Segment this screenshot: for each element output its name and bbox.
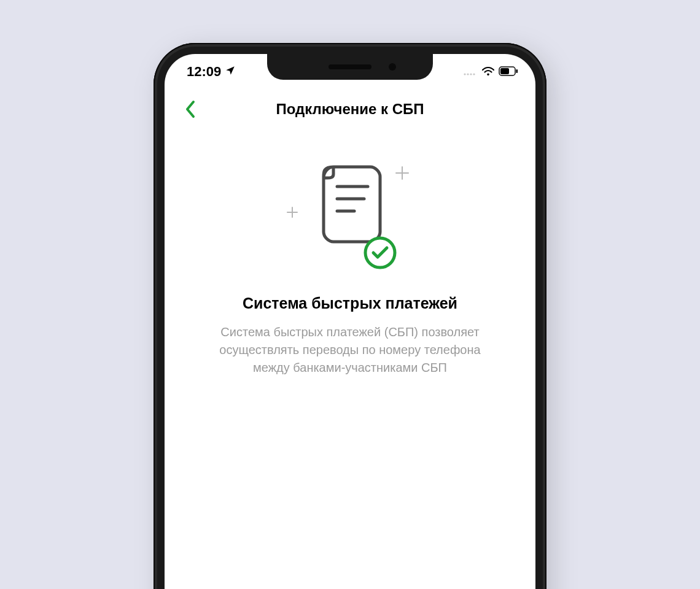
- back-button[interactable]: [178, 97, 203, 121]
- cellular-icon: [463, 64, 478, 80]
- document-check-illustration: [286, 160, 414, 270]
- chevron-left-icon: [185, 100, 196, 118]
- wifi-icon: [481, 64, 495, 80]
- phone-screen: 12:09: [165, 54, 535, 589]
- svg-point-1: [467, 73, 469, 75]
- svg-point-3: [473, 73, 475, 75]
- nav-header: Подключение к СБП: [165, 90, 535, 129]
- location-icon: [225, 64, 236, 80]
- svg-rect-5: [500, 68, 509, 74]
- content-area: Система быстрых платежей Система быстрых…: [165, 129, 535, 377]
- document-icon: [321, 164, 383, 244]
- phone-frame: 12:09: [154, 43, 546, 589]
- status-time: 12:09: [187, 64, 221, 80]
- svg-point-0: [464, 73, 465, 75]
- content-description: Система быстрых платежей (СБП) позволяет…: [195, 323, 505, 377]
- svg-point-2: [470, 73, 472, 75]
- page-title: Подключение к СБП: [177, 101, 523, 118]
- content-heading: Система быстрых платежей: [195, 294, 505, 312]
- svg-rect-6: [516, 69, 518, 73]
- sparkle-icon: [286, 206, 299, 219]
- sparkle-icon: [394, 164, 411, 182]
- checkmark-circle-icon: [363, 236, 397, 270]
- battery-icon: [499, 64, 518, 80]
- phone-notch: [267, 54, 433, 80]
